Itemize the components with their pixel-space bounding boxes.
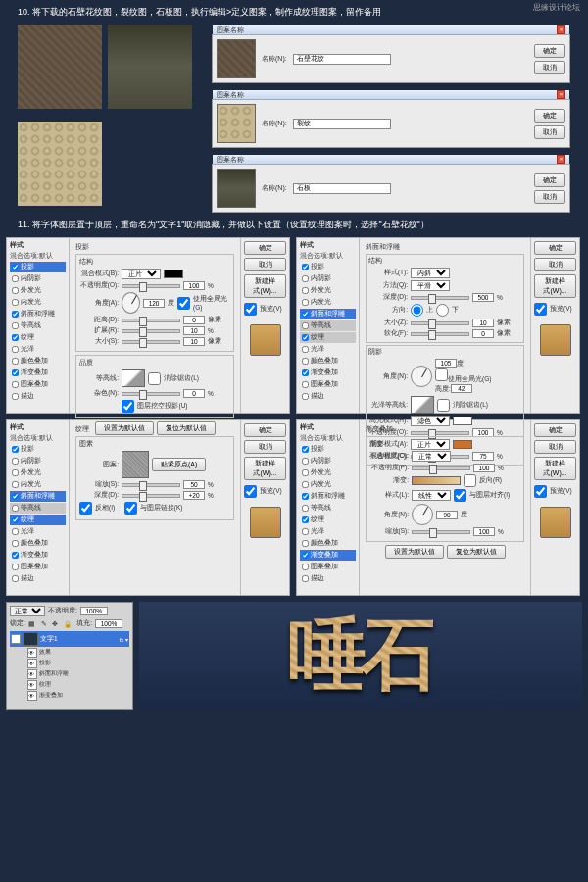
checkbox[interactable] — [302, 287, 309, 294]
style-item-coloroverlay[interactable]: 颜色叠加 — [300, 538, 356, 549]
checkbox[interactable] — [302, 334, 309, 341]
cancel-button[interactable]: 取消 — [244, 258, 286, 271]
checkbox[interactable] — [302, 393, 309, 400]
visibility-icon[interactable]: 👁 — [27, 680, 37, 690]
scale-slider[interactable] — [122, 483, 180, 487]
visibility-icon[interactable]: 👁 — [27, 659, 37, 668]
new-style-button[interactable]: 新建样式(W)... — [244, 457, 286, 480]
checkbox[interactable] — [302, 381, 309, 388]
style-item-contour[interactable]: 等高线 — [300, 503, 356, 514]
preview-checkbox[interactable] — [244, 303, 257, 316]
checkbox[interactable] — [12, 393, 19, 400]
checkbox[interactable] — [12, 275, 19, 282]
preview-checkbox[interactable] — [534, 485, 547, 498]
angle-input[interactable] — [143, 299, 165, 308]
angle-dial[interactable] — [411, 366, 432, 387]
pattern-name-input[interactable] — [293, 54, 391, 65]
snap-origin-button[interactable]: 贴紧原点(A) — [152, 458, 206, 471]
close-icon[interactable]: × — [557, 90, 565, 99]
depth-input[interactable] — [472, 293, 494, 302]
checkbox[interactable] — [12, 516, 19, 523]
size-slider[interactable] — [411, 321, 469, 325]
style-item-gradientoverlay[interactable]: 渐变叠加 — [10, 368, 66, 378]
antialias-checkbox[interactable] — [148, 372, 161, 385]
visibility-icon[interactable]: 👁 — [27, 669, 37, 679]
style-item-dropshadow[interactable]: 投影 — [300, 262, 356, 272]
style-item-coloroverlay[interactable]: 颜色叠加 — [10, 356, 66, 367]
depth-slider[interactable] — [411, 296, 469, 300]
blend-options[interactable]: 混合选项:默认 — [10, 252, 66, 261]
checkbox[interactable] — [12, 469, 19, 476]
style-item-stroke[interactable]: 描边 — [300, 573, 356, 584]
new-style-button[interactable]: 新建样式(W)... — [534, 274, 576, 298]
pattern-name-input[interactable] — [293, 183, 391, 194]
ok-button[interactable]: 确定 — [534, 241, 576, 255]
size-input[interactable] — [183, 337, 205, 346]
checkbox[interactable] — [302, 322, 309, 329]
blend-options[interactable]: 混合选项:默认 — [300, 434, 356, 443]
soften-input[interactable] — [472, 329, 494, 338]
checkbox[interactable] — [302, 369, 309, 376]
fx-item[interactable]: 渐变叠加 — [39, 691, 63, 700]
style-item-coloroverlay[interactable]: 颜色叠加 — [10, 538, 66, 549]
checkbox[interactable] — [302, 493, 309, 500]
opacity-slider[interactable] — [412, 466, 470, 470]
checkbox[interactable] — [12, 264, 19, 270]
blend-mode-select[interactable]: 正片叠底 — [122, 269, 161, 279]
visibility-icon[interactable]: 👁 — [11, 634, 21, 644]
spread-slider[interactable] — [122, 329, 180, 333]
style-item-dropshadow[interactable]: 投影 — [300, 444, 356, 455]
checkbox[interactable] — [12, 575, 19, 582]
checkbox[interactable] — [302, 505, 309, 512]
checkbox[interactable] — [302, 540, 309, 547]
checkbox[interactable] — [12, 458, 19, 465]
checkbox[interactable] — [12, 381, 19, 388]
technique-select[interactable]: 平滑 — [411, 280, 450, 291]
style-item-contour[interactable]: 等高线 — [10, 320, 66, 331]
style-item-bevel[interactable]: 斜面和浮雕 — [300, 309, 356, 319]
checkbox[interactable] — [302, 264, 309, 270]
scale-slider[interactable] — [412, 530, 470, 534]
opacity-input[interactable] — [473, 464, 495, 472]
style-select[interactable]: 内斜面 — [411, 268, 450, 278]
cancel-button[interactable]: 取消 — [244, 440, 286, 454]
opacity-input[interactable] — [183, 281, 205, 290]
blend-mode-select[interactable]: 正常 — [10, 606, 45, 616]
checkbox[interactable] — [302, 311, 309, 318]
style-item-satin[interactable]: 光泽 — [10, 526, 66, 537]
checkbox[interactable] — [302, 516, 309, 523]
style-item-innerglow[interactable]: 内发光 — [300, 297, 356, 308]
style-item-stroke[interactable]: 描边 — [10, 573, 66, 584]
style-item-patternoverlay[interactable]: 图案叠加 — [10, 379, 66, 390]
checkbox[interactable] — [12, 493, 19, 500]
cancel-button[interactable]: 取消 — [534, 258, 576, 271]
ok-button[interactable]: 确定 — [534, 423, 576, 437]
noise-slider[interactable] — [122, 392, 180, 396]
style-item-patternoverlay[interactable]: 图案叠加 — [300, 562, 356, 572]
checkbox[interactable] — [12, 540, 19, 547]
depth-slider[interactable] — [122, 494, 180, 498]
checkbox[interactable] — [302, 446, 309, 453]
style-item-coloroverlay[interactable]: 颜色叠加 — [300, 356, 356, 367]
style-item-outerglow[interactable]: 外发光 — [10, 285, 66, 296]
checkbox[interactable] — [12, 358, 19, 365]
close-icon[interactable]: × — [557, 25, 565, 34]
checkbox[interactable] — [302, 299, 309, 306]
style-item-contour[interactable]: 等高线 — [300, 320, 356, 331]
scale-input[interactable] — [183, 480, 205, 489]
new-style-button[interactable]: 新建样式(W)... — [534, 457, 576, 480]
style-item-bevel[interactable]: 斜面和浮雕 — [10, 491, 66, 502]
style-item-gradientoverlay[interactable]: 渐变叠加 — [300, 368, 356, 378]
checkbox[interactable] — [12, 552, 19, 559]
checkbox[interactable] — [12, 528, 19, 535]
visibility-icon[interactable]: 👁 — [27, 648, 37, 658]
fill-input[interactable] — [95, 619, 122, 628]
checkbox[interactable] — [12, 505, 19, 512]
contour-picker[interactable] — [122, 369, 145, 387]
style-item-texture[interactable]: 纹理 — [10, 514, 66, 525]
cancel-button[interactable]: 取消 — [534, 190, 565, 204]
checkbox[interactable] — [302, 469, 309, 476]
checkbox[interactable] — [12, 299, 19, 306]
angle-dial[interactable] — [122, 292, 140, 314]
cancel-button[interactable]: 取消 — [534, 125, 565, 139]
